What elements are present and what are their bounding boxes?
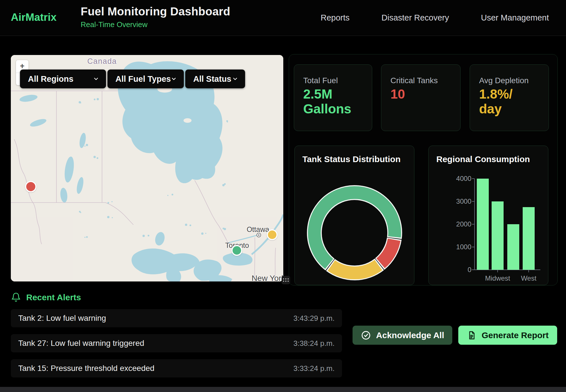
- stat-card-critical-tanks: Critical Tanks10: [381, 64, 461, 131]
- map-filter-bar: All RegionsAll Fuel TypesAll Status: [20, 70, 245, 88]
- svg-text:Midwest: Midwest: [485, 274, 510, 282]
- filter-all-regions[interactable]: All Regions: [20, 70, 106, 88]
- alerts-title: Recent Alerts: [26, 293, 81, 302]
- regional-consumption-bar-chart: 01000200030004000MidwestWest: [429, 146, 549, 285]
- resize-handle-icon[interactable]: [282, 276, 290, 284]
- page-subtitle: Real-Time Overview: [81, 20, 230, 29]
- svg-text:0: 0: [468, 266, 471, 273]
- filter-all-status[interactable]: All Status: [185, 70, 245, 88]
- stat-value: Gallons: [303, 102, 372, 117]
- nav-disaster-recovery[interactable]: Disaster Recovery: [382, 13, 449, 23]
- alert-message: Tank 27: Low fuel warning triggered: [18, 339, 144, 348]
- tank-marker-normal[interactable]: [231, 245, 242, 256]
- map-label-new-york: New York: [252, 274, 283, 281]
- stat-label: Total Fuel: [303, 76, 372, 85]
- alert-row[interactable]: Tank 27: Low fuel warning triggered3:38:…: [11, 334, 342, 352]
- check-circle-icon: [361, 330, 371, 340]
- alert-row[interactable]: Tank 2: Low fuel warning3:43:29 p.m.: [11, 309, 342, 327]
- stat-card-avg-depletion: Avg Depletion1.8%/day: [470, 64, 549, 131]
- bar-region-1: [477, 179, 489, 270]
- fuel-monitoring-dashboard: AirMatrix Fuel Monitoring Dashboard Real…: [0, 0, 566, 392]
- regional-consumption-card: Regional Consumption 01000200030004000Mi…: [428, 146, 548, 285]
- alert-timestamp: 3:33:24 p.m.: [293, 364, 335, 373]
- stat-value: 10: [390, 87, 460, 102]
- tank-status-card: Tank Status Distribution: [294, 146, 414, 285]
- alert-timestamp: 3:43:29 p.m.: [293, 314, 335, 323]
- acknowledge-all-label: Acknowledge All: [376, 330, 444, 340]
- svg-text:1000: 1000: [456, 243, 471, 251]
- alerts-list: Tank 2: Low fuel warning3:43:29 p.m.Tank…: [11, 309, 342, 384]
- filter-label: All Regions: [28, 74, 74, 84]
- bottom-scrollbar[interactable]: [0, 387, 566, 392]
- chevron-down-icon: [232, 76, 238, 82]
- svg-text:2000: 2000: [456, 220, 471, 228]
- svg-text:4000: 4000: [456, 175, 471, 182]
- stat-value: 1.8%/: [479, 87, 549, 102]
- stat-value: 2.5M: [303, 87, 372, 102]
- stat-card-total-fuel: Total Fuel2.5MGallons: [294, 64, 372, 131]
- svg-text:3000: 3000: [456, 197, 471, 205]
- stat-label: Avg Depletion: [479, 76, 549, 85]
- main-nav: ReportsDisaster RecoveryUser Management: [321, 0, 549, 36]
- city-marker-ottawa: [257, 233, 261, 237]
- header: AirMatrix Fuel Monitoring Dashboard Real…: [0, 0, 566, 36]
- bar-region-3: [507, 224, 519, 270]
- chevron-down-icon: [93, 76, 99, 82]
- alert-message: Tank 2: Low fuel warning: [18, 314, 106, 323]
- filter-label: All Status: [193, 74, 231, 84]
- alert-row[interactable]: Tank 15: Pressure threshold exceeded3:33…: [11, 359, 342, 377]
- filter-label: All Fuel Types: [115, 74, 171, 84]
- svg-text:West: West: [521, 274, 537, 282]
- alert-message: Tank 15: Pressure threshold exceeded: [18, 364, 154, 373]
- overview-panel: Total Fuel2.5MGallonsCritical Tanks10Avg…: [289, 54, 558, 285]
- tank-marker-critical[interactable]: [25, 181, 36, 192]
- nav-reports[interactable]: Reports: [321, 13, 350, 23]
- bar-West: [523, 207, 535, 270]
- generate-report-button[interactable]: Generate Report: [458, 326, 557, 345]
- map-label-canada: Canada: [87, 57, 117, 66]
- bar-Midwest: [492, 201, 504, 270]
- page-title: Fuel Monitoring Dashboard: [81, 5, 230, 18]
- map-label-ottawa: Ottawa: [247, 225, 269, 234]
- stat-label: Critical Tanks: [390, 76, 460, 85]
- stat-value: day: [479, 102, 549, 117]
- filter-all-fuel-types[interactable]: All Fuel Types: [107, 70, 184, 88]
- map-panel[interactable]: CanadaOttawaTorontoNew York + − All Regi…: [11, 55, 283, 281]
- tank-status-donut-chart: [295, 146, 415, 285]
- alert-timestamp: 3:38:24 p.m.: [293, 339, 335, 348]
- tank-marker-warning[interactable]: [267, 229, 278, 240]
- bell-icon: [11, 292, 21, 303]
- document-icon: [467, 330, 477, 340]
- title-block: Fuel Monitoring Dashboard Real-Time Over…: [81, 5, 230, 29]
- generate-report-label: Generate Report: [482, 330, 549, 340]
- brand-logo[interactable]: AirMatrix: [11, 11, 56, 23]
- alerts-header: Recent Alerts: [11, 292, 81, 303]
- acknowledge-all-button[interactable]: Acknowledge All: [353, 326, 452, 345]
- chevron-down-icon: [171, 76, 177, 82]
- nav-user-management[interactable]: User Management: [481, 13, 549, 23]
